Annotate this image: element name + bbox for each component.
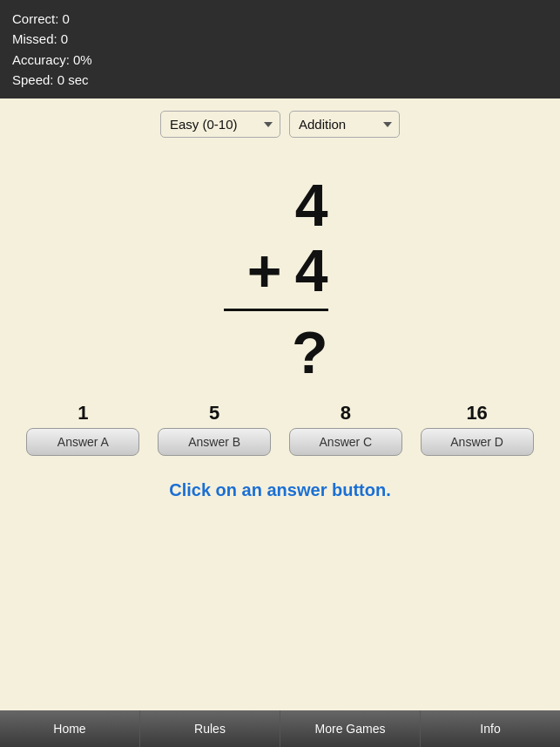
instruction-text: Click on an answer button.: [0, 480, 560, 500]
footer: Home Rules More Games Info: [0, 710, 560, 747]
rules-button[interactable]: Rules: [140, 710, 280, 747]
math-area: 4 4 ?: [0, 146, 560, 393]
stats-bar: Correct: 0 Missed: 0 Accuracy: 0% Speed:…: [0, 0, 560, 98]
spacer: [0, 500, 560, 710]
answer-placeholder: ?: [292, 320, 328, 385]
accuracy-stat: Accuracy: 0%: [12, 50, 548, 70]
divider-line: [224, 309, 328, 311]
answer-value-c: 8: [341, 402, 351, 424]
difficulty-select[interactable]: Easy (0-10) Medium (0-20) Hard (0-50): [160, 111, 280, 138]
info-button[interactable]: Info: [421, 710, 560, 747]
operation-select[interactable]: Addition Subtraction Multiplication Divi…: [289, 111, 400, 138]
answer-col-c: 8 Answer C: [289, 402, 402, 456]
answer-button-a[interactable]: Answer A: [26, 428, 139, 456]
correct-stat: Correct: 0: [12, 9, 548, 29]
answer-button-b[interactable]: Answer B: [158, 428, 271, 456]
missed-stat: Missed: 0: [12, 29, 548, 49]
answer-value-d: 16: [466, 402, 487, 424]
answer-col-d: 16 Answer D: [421, 402, 534, 456]
controls-row: Easy (0-10) Medium (0-20) Hard (0-50) Ad…: [0, 98, 560, 146]
answer-button-c[interactable]: Answer C: [289, 428, 402, 456]
speed-stat: Speed: 0 sec: [12, 70, 548, 90]
answer-col-a: 1 Answer A: [26, 402, 139, 456]
top-number: 4: [295, 173, 328, 238]
problem-container: 4 4 ?: [224, 173, 337, 384]
answer-button-d[interactable]: Answer D: [421, 428, 534, 456]
answer-value-a: 1: [78, 402, 88, 424]
bottom-number: 4: [295, 238, 328, 303]
more-games-button[interactable]: More Games: [280, 710, 421, 747]
answers-row: 1 Answer A 5 Answer B 8 Answer C 16 Answ…: [0, 393, 560, 456]
answer-col-b: 5 Answer B: [158, 402, 271, 456]
answer-value-b: 5: [209, 402, 219, 424]
home-button[interactable]: Home: [0, 710, 140, 747]
